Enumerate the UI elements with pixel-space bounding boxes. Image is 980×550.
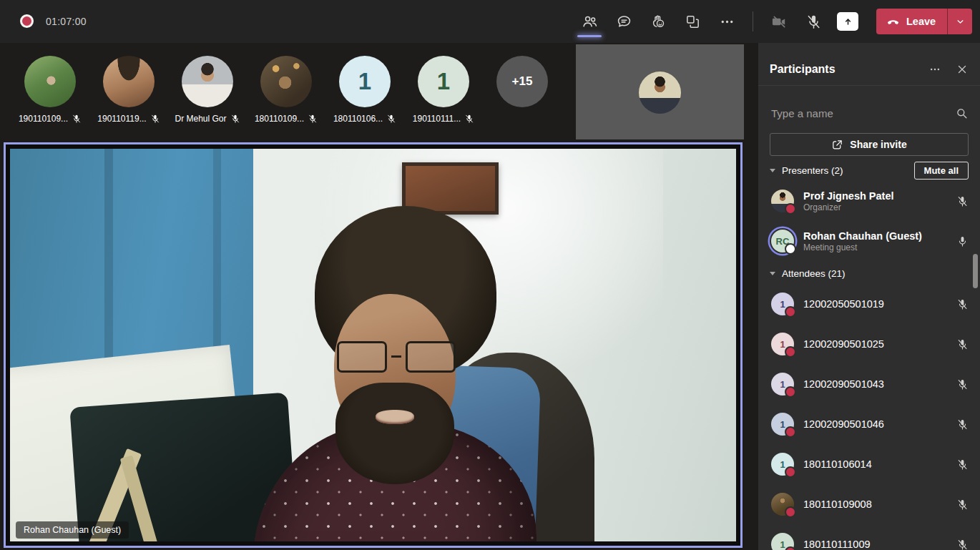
mic-off-icon: [72, 114, 82, 124]
presence-badge: [785, 506, 796, 518]
presence-badge: [785, 466, 796, 478]
tile-name-row: Dr Mehul Gor: [175, 114, 240, 124]
mic-off-icon: [308, 114, 318, 124]
breakout-rooms-button[interactable]: [675, 0, 710, 43]
mic-off-icon[interactable]: [956, 499, 969, 511]
participant-name: 12002090501043: [803, 378, 884, 390]
participant-name: 180110106014: [803, 458, 872, 470]
leave-options-button[interactable]: [947, 9, 972, 34]
active-speaker-video[interactable]: Rohan Chauhan (Guest): [4, 142, 743, 548]
filmstrip-tile[interactable]: 190110109...: [11, 43, 89, 139]
share-tray-icon: [837, 12, 858, 31]
filmstrip-tile[interactable]: 1 190110111...: [404, 43, 483, 139]
presence-badge: [785, 243, 796, 255]
leave-button[interactable]: Leave: [876, 9, 947, 34]
participant-name: 180110111009: [803, 539, 871, 550]
presenter-row[interactable]: Prof Jignesh Patel Organizer: [770, 183, 969, 219]
avatar: 1: [339, 56, 391, 107]
tile-name-row: 190110109...: [19, 114, 82, 124]
people-icon: [582, 14, 598, 30]
teams-meeting-window: 01:07:00: [0, 0, 980, 550]
avatar: 1: [418, 56, 469, 107]
reactions-icon: [650, 14, 667, 30]
participants-button[interactable]: [572, 0, 607, 43]
filmstrip-tile[interactable]: Dr Mehul Gor: [168, 43, 247, 139]
chat-icon: [616, 14, 632, 30]
panel-title: Participants: [770, 63, 836, 76]
mic-on-icon[interactable]: [956, 235, 969, 247]
presenters-section-header[interactable]: Presenters (2) Mute all: [770, 162, 969, 179]
participant-role: Meeting guest: [803, 242, 922, 252]
panel-close-icon[interactable]: [956, 63, 969, 76]
chevron-down-icon: [955, 16, 966, 27]
filmstrip-tile[interactable]: 180110109...: [247, 43, 325, 139]
presence-badge: [785, 306, 796, 318]
search-icon[interactable]: [955, 107, 969, 120]
breakout-rooms-icon: [685, 14, 701, 30]
participant-name: 180110106...: [333, 114, 383, 124]
presence-badge: [785, 386, 796, 398]
meeting-toolbar: 01:07:00: [0, 0, 980, 43]
mic-off-icon: [230, 114, 240, 124]
avatar: [103, 56, 155, 107]
participant-name: 12002050501019: [803, 298, 884, 310]
mute-all-button[interactable]: Mute all: [914, 162, 969, 180]
participant-name: 180110109...: [255, 114, 304, 124]
attendee-row[interactable]: 1 12002090501043: [770, 366, 969, 402]
search-row: [770, 93, 969, 133]
mic-off-icon[interactable]: [956, 378, 969, 391]
camera-toggle-button[interactable]: [762, 0, 796, 43]
participant-name: 190110109...: [19, 114, 68, 124]
participant-name: 190110111...: [413, 114, 461, 124]
filmstrip-tile[interactable]: 1 180110106...: [325, 43, 404, 139]
panel-divider: [758, 85, 980, 86]
presence-badge: [785, 346, 796, 358]
mic-off-icon[interactable]: [956, 338, 969, 350]
avatar: [639, 72, 681, 114]
panel-scrollbar[interactable]: [973, 254, 978, 288]
filmstrip-overflow-tile[interactable]: +15: [483, 43, 562, 139]
mic-off-icon: [805, 14, 822, 30]
avatar: [182, 56, 233, 107]
participant-filmstrip: 190110109... 190110119... Dr Mehul Gor 1…: [11, 43, 562, 139]
search-input[interactable]: [770, 107, 955, 120]
mic-off-icon[interactable]: [956, 458, 969, 471]
attendee-row[interactable]: 180110109008: [770, 486, 969, 522]
attendee-row[interactable]: 1 12002090501046: [770, 406, 969, 442]
participant-name: Prof Jignesh Patel: [803, 190, 894, 202]
reactions-button[interactable]: [641, 0, 675, 43]
presence-badge: [785, 546, 796, 550]
mic-off-icon[interactable]: [956, 298, 969, 310]
video-frame: [10, 149, 736, 541]
share-screen-button[interactable]: [830, 0, 865, 43]
panel-header: Participants: [770, 43, 969, 79]
panel-more-icon[interactable]: [928, 63, 941, 76]
presenter-row[interactable]: RC Rohan Chauhan (Guest) Meeting guest: [770, 223, 969, 259]
collapse-triangle-icon: [770, 272, 775, 275]
overflow-count-avatar: +15: [496, 56, 548, 107]
filmstrip-tile[interactable]: 190110119...: [89, 43, 168, 139]
avatar: [260, 56, 312, 107]
share-invite-button[interactable]: Share invite: [770, 133, 969, 156]
participant-name: Dr Mehul Gor: [175, 114, 226, 124]
mic-toggle-button[interactable]: [796, 0, 830, 43]
more-options-button[interactable]: [710, 0, 744, 43]
presence-badge: [785, 426, 796, 438]
attendee-row[interactable]: 1 180110106014: [770, 446, 969, 482]
attendee-row[interactable]: 1 180110111009: [770, 526, 969, 550]
mic-off-icon[interactable]: [956, 418, 969, 431]
attendees-section-header[interactable]: Attendees (21): [770, 265, 969, 282]
participant-name: 12002090501025: [803, 338, 884, 350]
tile-name-row: 190110119...: [97, 114, 160, 124]
mic-off-icon[interactable]: [956, 195, 969, 207]
avatar: [24, 56, 76, 107]
participant-name: 180110109008: [803, 499, 872, 510]
mic-off-icon[interactable]: [956, 539, 969, 550]
organizer-video-tile[interactable]: [576, 44, 744, 139]
attendee-row[interactable]: 1 12002050501019: [770, 286, 969, 322]
attendee-row[interactable]: 1 12002090501025: [770, 326, 969, 362]
toolbar-divider: [753, 11, 753, 31]
mic-off-icon: [464, 114, 474, 124]
ellipsis-icon: [719, 14, 735, 30]
chat-button[interactable]: [607, 0, 641, 43]
